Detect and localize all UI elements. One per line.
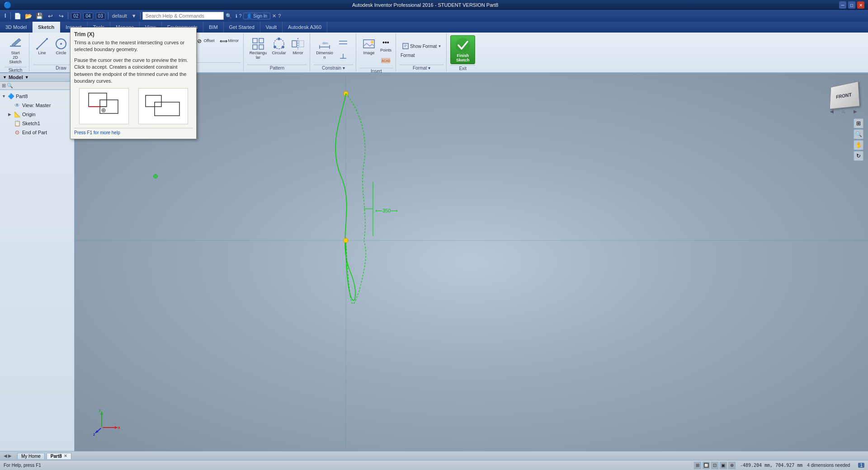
x-close-icon[interactable]: ✕ (272, 13, 276, 19)
tooltip-detail: Pause the cursor over the curve to previ… (74, 57, 193, 85)
line-button[interactable]: Line (33, 35, 51, 57)
minimize-button[interactable]: ─ (839, 1, 846, 9)
tree-search-icon: 🔍 (7, 83, 13, 89)
svg-marker-49 (115, 426, 118, 429)
tab-autodesk-a360[interactable]: Autodesk A360 (283, 22, 327, 33)
tab-part8[interactable]: Part8 ✕ (47, 453, 71, 459)
circle-button[interactable]: Circle (52, 35, 70, 57)
svg-point-4 (36, 48, 38, 50)
tab-sketch[interactable]: Sketch (33, 22, 60, 33)
rotate-button[interactable]: ↻ (854, 151, 863, 161)
mirror-icon: ⟺ (219, 37, 228, 46)
status-icon-2[interactable]: 🔲 (703, 462, 710, 469)
status-icon-1[interactable]: ⊞ (694, 462, 701, 469)
tab-get-started[interactable]: Get Started (224, 22, 260, 33)
status-icon-5[interactable]: ⊕ (728, 462, 736, 469)
points-button[interactable]: ••• Points (379, 36, 393, 53)
tab-nav-right-icon[interactable]: ▶ (8, 453, 12, 458)
format-label: Format (400, 53, 415, 58)
tab-part8-label: Part8 (51, 454, 62, 459)
viewcube-nav-left[interactable]: ◀ (830, 109, 834, 114)
counter-04: 04 (83, 13, 93, 19)
tab-vault[interactable]: Vault (260, 22, 283, 33)
tree-label-view-master: View: Master (22, 103, 51, 108)
app-icon: 🔵 (4, 1, 11, 9)
tree-expand-part8[interactable]: ▼ (2, 94, 6, 99)
svg-text:dim: dim (322, 41, 328, 45)
page-number: 1 (858, 463, 864, 468)
quick-access-toolbar: I 📄 📂 💾 ↩ ↪ 02 04 03 default ▼ 🔍 ℹ ? 👤 S… (0, 10, 868, 22)
tree-expand-origin[interactable]: ▶ (8, 112, 13, 117)
model-header[interactable]: ▼ Model ▼ (0, 73, 74, 82)
default-dropdown[interactable]: ▼ (132, 13, 137, 19)
tab-part8-close[interactable]: ✕ (64, 454, 67, 458)
tree-item-end-of-part[interactable]: ▶ ⊙ End of Part (0, 128, 74, 137)
show-format-button[interactable]: Show Format ▼ (400, 41, 443, 51)
status-icon-4[interactable]: ▣ (720, 462, 727, 469)
rectangular-button[interactable]: Rectangular (247, 35, 269, 61)
mirror-button[interactable]: ⟺ Mirror (217, 35, 241, 47)
viewcube-box[interactable]: FRONT (830, 81, 860, 109)
qa-new-button[interactable]: 📄 (13, 11, 23, 20)
dropdown-arrow-icon: ▼ (438, 44, 441, 48)
tab-nav-left-icon[interactable]: ◀ (4, 453, 7, 458)
tab-bim[interactable]: BIM (203, 22, 224, 33)
svg-point-16 (278, 38, 280, 40)
tree-item-sketch1[interactable]: ▶ 📋 Sketch1 (0, 119, 74, 128)
start-2d-sketch-button[interactable]: Start2D Sketch (5, 35, 26, 66)
maximize-button[interactable]: □ (848, 1, 855, 9)
acad-button[interactable]: ACAD (379, 54, 393, 67)
help-question-icon[interactable]: ? (278, 13, 281, 19)
circle-label: Circle (56, 51, 66, 56)
svg-point-18 (274, 46, 276, 48)
svg-text:z: z (93, 432, 95, 437)
tree-item-origin[interactable]: ▶ 📐 Origin (0, 110, 74, 119)
qa-redo-button[interactable]: ↪ (56, 11, 66, 20)
zoom-fit-button[interactable]: ⊞ (854, 118, 863, 128)
svg-rect-11 (253, 38, 257, 43)
tab-3d-model[interactable]: 3D Model (0, 22, 33, 33)
pan-button[interactable]: ✋ (854, 140, 863, 150)
dimension-button[interactable]: dim Dimension (314, 35, 335, 61)
viewcube-nav-right[interactable]: ▶ (854, 109, 857, 114)
help-search-input[interactable] (142, 12, 224, 20)
start-sketch-label: Start2D Sketch (6, 51, 24, 65)
acad-icon: ACAD (380, 55, 391, 66)
start-sketch-icon (8, 37, 23, 51)
sketch-group: Start2D Sketch Sketch (2, 33, 29, 71)
status-icon-3[interactable]: ⊡ (711, 462, 718, 469)
title-bar: 🔵 Autodesk Inventor Professional 2016 - … (0, 0, 868, 10)
close-button[interactable]: ✕ (857, 1, 864, 9)
svg-point-5 (46, 38, 48, 40)
zoom-button[interactable]: 🔍 (854, 129, 863, 139)
image-label: Image (363, 51, 374, 56)
dimension-icon: dim (317, 37, 332, 51)
finish-sketch-button[interactable]: FinishSketch (450, 35, 475, 64)
svg-rect-34 (403, 43, 408, 49)
tree-label-part8: Part8 (16, 94, 28, 99)
svg-marker-1 (12, 38, 21, 47)
parallel-button[interactable] (336, 36, 350, 49)
sign-in-button[interactable]: 👤 Sign In (243, 13, 270, 19)
viewcube-nav-home[interactable]: ⌂ (842, 109, 845, 114)
help-icon: ? (239, 14, 242, 19)
image-button[interactable]: Image (360, 35, 378, 57)
coordinate-indicator: x y z (93, 409, 120, 437)
svg-rect-14 (259, 45, 264, 49)
window-title: Autodesk Inventor Professional 2016 - ST… (11, 2, 839, 8)
separator (10, 12, 11, 19)
tree-item-part8[interactable]: ▼ 🔷 Part8 (0, 92, 74, 101)
tooltip-footer[interactable]: Press F1 for more help (74, 128, 193, 135)
viewcube[interactable]: FRONT ◀ ⌂ ▶ (826, 79, 862, 115)
qa-save-button[interactable]: 💾 (34, 11, 44, 20)
perpendicular-button[interactable] (336, 50, 350, 62)
mirror-pattern-button[interactable]: Mirror (289, 35, 307, 57)
line-icon (35, 37, 49, 51)
tab-my-home[interactable]: My Home (17, 453, 45, 459)
origin-icon: 📐 (14, 111, 21, 118)
qa-undo-button[interactable]: ↩ (45, 11, 55, 20)
qa-open-button[interactable]: 📂 (24, 11, 33, 20)
svg-point-31 (371, 41, 373, 43)
circular-button[interactable]: Circular (270, 35, 288, 57)
tree-item-view-master[interactable]: ▶ 👁 View: Master (0, 101, 74, 110)
